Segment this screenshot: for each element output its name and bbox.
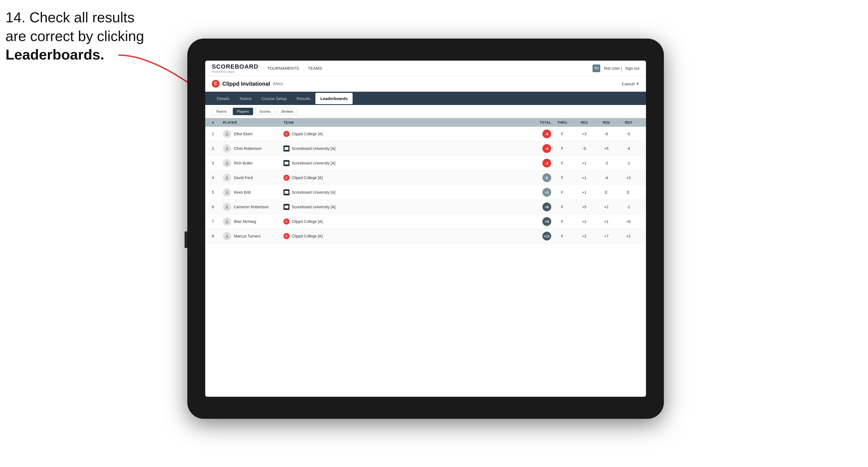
player-avatar bbox=[223, 188, 231, 196]
rd2-cell: +7 bbox=[595, 234, 617, 238]
rank-cell: 1 bbox=[212, 132, 223, 136]
sign-out-link[interactable]: Sign out bbox=[625, 66, 639, 70]
rank-cell: 8 bbox=[212, 234, 223, 238]
team-name: Scoreboard University [A] bbox=[292, 205, 336, 209]
rd2-cell: -4 bbox=[595, 176, 617, 180]
team-cell: Scoreboard University [A] bbox=[283, 204, 524, 210]
team-name: Scoreboard University [A] bbox=[292, 190, 336, 194]
rd3-cell: +2 bbox=[617, 234, 639, 238]
thru-cell: F bbox=[551, 146, 573, 151]
player-cell: Cameron Robertson bbox=[223, 203, 283, 211]
filter-strokes[interactable]: Strokes bbox=[277, 108, 297, 115]
tab-teams[interactable]: Teams bbox=[235, 93, 256, 104]
team-logo-c: C bbox=[283, 175, 289, 181]
rd1-cell: +1 bbox=[573, 190, 595, 194]
table-row: 7 Blair McHarg C Clippd College [A] +9 F… bbox=[205, 214, 646, 229]
player-cell: Elliot Ebert bbox=[223, 130, 283, 138]
rd3-cell: -1 bbox=[617, 161, 639, 165]
thru-cell: F bbox=[551, 161, 573, 165]
nav-teams[interactable]: TEAMS bbox=[308, 65, 322, 72]
col-rd3: RD3 bbox=[617, 120, 639, 125]
player-cell: David Ford bbox=[223, 174, 283, 182]
score-badge: +6 bbox=[542, 203, 551, 211]
score-badge: +1 bbox=[542, 188, 551, 197]
team-cell: C Clippd College [A] bbox=[283, 175, 524, 181]
col-rank: # bbox=[212, 120, 223, 125]
player-name: David Ford bbox=[234, 176, 253, 180]
tab-course-setup[interactable]: Course Setup bbox=[256, 93, 292, 104]
team-logo-c: C bbox=[283, 218, 289, 224]
filter-bar: Teams Players Scores Strokes bbox=[205, 105, 646, 118]
thru-cell: F bbox=[551, 190, 573, 194]
tournament-title-area: C Clippd Invitational (Men) bbox=[212, 80, 283, 88]
player-avatar bbox=[223, 232, 231, 240]
team-logo-s bbox=[283, 160, 289, 166]
team-name: Clippd College [A] bbox=[292, 132, 322, 136]
team-cell: Scoreboard University [A] bbox=[283, 189, 524, 195]
team-cell: Scoreboard University [A] bbox=[283, 160, 524, 166]
player-name: Cameron Robertson bbox=[234, 205, 269, 209]
player-avatar bbox=[223, 217, 231, 226]
top-nav: SCOREBOARD Powered by clippd TOURNAMENTS… bbox=[205, 61, 646, 76]
svg-point-6 bbox=[226, 205, 228, 207]
rank-cell: 5 bbox=[212, 190, 223, 194]
player-cell: Blair McHarg bbox=[223, 217, 283, 226]
score-badge: -8 bbox=[542, 129, 551, 138]
svg-point-1 bbox=[226, 132, 228, 134]
tab-leaderboards[interactable]: Leaderboards bbox=[315, 93, 352, 104]
player-avatar bbox=[223, 159, 231, 167]
cancel-button[interactable]: Cancel ✕ bbox=[622, 81, 639, 86]
tournament-logo: C bbox=[212, 80, 220, 88]
thru-cell: F bbox=[551, 176, 573, 180]
tablet-screen: SCOREBOARD Powered by clippd TOURNAMENTS… bbox=[205, 61, 646, 397]
rd1-cell: +3 bbox=[573, 132, 595, 136]
rd3-cell: -5 bbox=[617, 132, 639, 136]
rd2-cell: -2 bbox=[595, 161, 617, 165]
player-cell: Rees Britt bbox=[223, 188, 283, 196]
rd2-cell: +5 bbox=[595, 146, 617, 151]
team-name: Scoreboard University [A] bbox=[292, 161, 336, 165]
rd1-cell: +2 bbox=[573, 234, 595, 238]
col-player: PLAYER bbox=[223, 120, 283, 125]
table-row: 3 Rich Butler Scoreboard University [A] … bbox=[205, 156, 646, 170]
team-name: Clippd College [A] bbox=[292, 176, 322, 180]
table-row: 4 David Ford C Clippd College [A] E F +1… bbox=[205, 170, 646, 185]
filter-teams[interactable]: Teams bbox=[212, 108, 230, 115]
team-logo-s bbox=[283, 146, 289, 152]
score-badge: +9 bbox=[542, 217, 551, 226]
col-team: TEAM bbox=[283, 120, 524, 125]
rank-cell: 3 bbox=[212, 161, 223, 165]
filter-players[interactable]: Players bbox=[233, 108, 253, 115]
svg-point-2 bbox=[226, 147, 228, 149]
user-name: Test User | bbox=[603, 66, 622, 70]
filter-scores[interactable]: Scores bbox=[255, 108, 275, 115]
thru-cell: F bbox=[551, 219, 573, 224]
team-cell: Scoreboard University [A] bbox=[283, 146, 524, 152]
team-cell: C Clippd College [A] bbox=[283, 233, 524, 239]
player-name: Elliot Ebert bbox=[234, 132, 253, 136]
rd3-cell: +3 bbox=[617, 176, 639, 180]
thru-cell: F bbox=[551, 234, 573, 238]
tablet-frame: SCOREBOARD Powered by clippd TOURNAMENTS… bbox=[187, 38, 664, 419]
svg-point-5 bbox=[226, 191, 228, 192]
total-cell: E bbox=[524, 173, 551, 182]
player-cell: Rich Butler bbox=[223, 159, 283, 167]
total-cell: -4 bbox=[524, 144, 551, 153]
score-badge: -2 bbox=[542, 159, 551, 167]
team-cell: C Clippd College [A] bbox=[283, 218, 524, 224]
table-row: 5 Rees Britt Scoreboard University [A] +… bbox=[205, 185, 646, 200]
tab-details[interactable]: Details bbox=[212, 93, 235, 104]
player-avatar bbox=[223, 174, 231, 182]
team-name: Scoreboard University [A] bbox=[292, 146, 336, 151]
nav-right: TU Test User | Sign out bbox=[592, 64, 639, 72]
table-body: 1 Elliot Ebert C Clippd College [A] -8 F… bbox=[205, 127, 646, 397]
tournament-name: Clippd Invitational bbox=[222, 81, 270, 87]
rd1-cell: +1 bbox=[573, 176, 595, 180]
logo-area: SCOREBOARD Powered by clippd bbox=[212, 63, 258, 73]
table-row: 2 Chris Robertson Scoreboard University … bbox=[205, 141, 646, 156]
user-avatar: TU bbox=[592, 64, 600, 72]
nav-tournaments[interactable]: TOURNAMENTS bbox=[267, 65, 299, 72]
tab-results[interactable]: Results bbox=[292, 93, 315, 104]
logo-sub: Powered by clippd bbox=[212, 70, 258, 73]
rd2-cell: -6 bbox=[595, 132, 617, 136]
